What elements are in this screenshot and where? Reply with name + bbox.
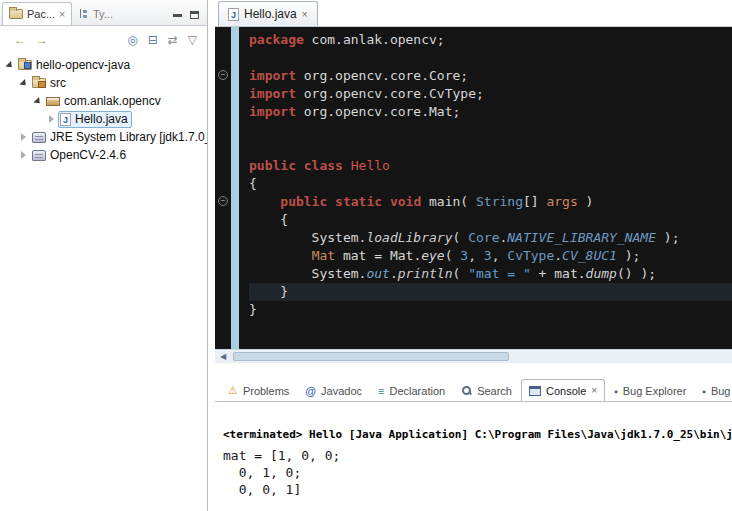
- scrollbar-thumb[interactable]: [233, 352, 509, 361]
- code-line[interactable]: package com.anlak.opencv;: [249, 31, 732, 49]
- code-line[interactable]: {: [249, 211, 732, 229]
- editor-code[interactable]: package com.anlak.opencv;import org.open…: [239, 27, 732, 349]
- toolbar-right-group: ◎⊟⇄▽: [127, 34, 197, 46]
- package-explorer-tree: hello-opencv-javasrccom.anlak.opencvHell…: [0, 53, 207, 164]
- tree-item-label: OpenCV-2.4.6: [50, 148, 126, 162]
- project-icon: [18, 60, 32, 70]
- tree-item-label: JRE System Library [jdk1.7.0_25]: [50, 130, 207, 144]
- tree-item[interactable]: OpenCV-2.4.6: [0, 146, 207, 164]
- close-icon[interactable]: ×: [59, 9, 65, 20]
- code-line[interactable]: public class Hello: [249, 157, 732, 175]
- tree-item[interactable]: hello-opencv-java: [0, 56, 207, 74]
- twisty-collapsed-icon[interactable]: [17, 151, 30, 159]
- fold-marker-icon[interactable]: [218, 70, 228, 80]
- forward-icon[interactable]: →: [36, 34, 48, 46]
- tab-type-hierarchy[interactable]: Ty...: [72, 2, 119, 25]
- bug-icon: [702, 385, 706, 397]
- code-line[interactable]: import org.opencv.core.Mat;: [249, 103, 732, 121]
- tree-item-label: src: [50, 76, 66, 90]
- fold-marker-icon[interactable]: [218, 196, 228, 206]
- twisty-expanded-icon[interactable]: [17, 81, 30, 86]
- tree-item-label: hello-opencv-java: [36, 58, 130, 72]
- console-header: <terminated> Hello [Java Application] C:…: [223, 428, 732, 441]
- tab-label: Declaration: [389, 385, 445, 397]
- collapse-all-icon[interactable]: ⊟: [148, 34, 158, 46]
- problems-icon: [228, 384, 238, 397]
- tab-label: Search: [477, 385, 512, 397]
- editor-ruler: [231, 27, 239, 349]
- console-output: mat = [1, 0, 0; 0, 1, 0; 0, 0, 1]: [223, 447, 732, 498]
- java-file-icon: [228, 8, 239, 21]
- editor-tab-hello-java[interactable]: Hello.java ×: [218, 1, 318, 26]
- tree-item-box[interactable]: com.anlak.opencv: [44, 93, 165, 110]
- code-line[interactable]: }: [249, 301, 732, 319]
- tree-item[interactable]: JRE System Library [jdk1.7.0_25]: [0, 128, 207, 146]
- close-icon[interactable]: ×: [302, 9, 308, 20]
- console-view[interactable]: <terminated> Hello [Java Application] C:…: [215, 402, 732, 498]
- link-editor-icon[interactable]: ⇄: [168, 34, 178, 46]
- twisty-collapsed-icon[interactable]: [17, 133, 30, 141]
- twisty-collapsed-icon[interactable]: [45, 115, 58, 123]
- code-line[interactable]: import org.opencv.core.Core;: [249, 67, 732, 85]
- tab-label: Bug Explorer: [623, 385, 687, 397]
- code-line[interactable]: }: [249, 283, 732, 301]
- javadoc-icon: [305, 385, 316, 397]
- tab-console[interactable]: Console×: [521, 379, 605, 402]
- tab-search[interactable]: Search: [454, 380, 519, 401]
- code-line[interactable]: import org.opencv.core.CvType;: [249, 85, 732, 103]
- tree-item[interactable]: src: [0, 74, 207, 92]
- java-file-icon: [60, 113, 71, 126]
- tab-type-hierarchy-label: Ty...: [93, 8, 113, 20]
- console-line: mat = [1, 0, 0;: [223, 447, 732, 464]
- scroll-left-icon[interactable]: ◀: [215, 352, 231, 361]
- tree-item-box[interactable]: Hello.java: [58, 111, 132, 128]
- bottom-tabbar: ProblemsJavadocDeclarationSearchConsole×…: [215, 374, 732, 402]
- tree-item[interactable]: Hello.java: [0, 110, 207, 128]
- code-line[interactable]: System.out.println( "mat = " + mat.dump(…: [249, 265, 732, 283]
- code-editor[interactable]: package com.anlak.opencv;import org.open…: [215, 27, 732, 349]
- tab-javadoc[interactable]: Javadoc: [298, 380, 369, 401]
- back-icon[interactable]: ←: [14, 34, 26, 46]
- console-line: 0, 0, 1]: [223, 481, 732, 498]
- editor-tab-label: Hello.java: [244, 7, 297, 21]
- code-line[interactable]: System.loadLibrary( Core.NATIVE_LIBRARY_…: [249, 229, 732, 247]
- minimize-icon[interactable]: [173, 14, 182, 17]
- bottom-panel: ProblemsJavadocDeclarationSearchConsole×…: [215, 374, 732, 511]
- tab-package-explorer-label: Pac...: [27, 8, 55, 20]
- console-line: 0, 1, 0;: [223, 464, 732, 481]
- twisty-expanded-icon[interactable]: [31, 99, 44, 104]
- editor-horizontal-scrollbar[interactable]: ◀: [215, 349, 732, 363]
- tree-item-box[interactable]: OpenCV-2.4.6: [30, 147, 130, 164]
- focus-task-icon[interactable]: ◎: [127, 34, 137, 46]
- tree-item-box[interactable]: src: [30, 75, 70, 92]
- tree-item-box[interactable]: JRE System Library [jdk1.7.0_25]: [30, 129, 207, 146]
- close-icon[interactable]: ×: [591, 385, 597, 396]
- tab-bug-explorer[interactable]: Bug Explorer: [607, 380, 693, 401]
- tab-label: Bug: [711, 385, 731, 397]
- code-line[interactable]: [249, 139, 732, 157]
- code-line[interactable]: Mat mat = Mat.eye( 3, 3, CvType.CV_8UC1 …: [249, 247, 732, 265]
- code-line[interactable]: public static void main( String[] args ): [249, 193, 732, 211]
- tree-item[interactable]: com.anlak.opencv: [0, 92, 207, 110]
- code-line[interactable]: [249, 49, 732, 67]
- tab-label: Javadoc: [321, 385, 362, 397]
- view-menu-icon[interactable]: ▽: [188, 34, 197, 46]
- maximize-icon[interactable]: [190, 11, 199, 19]
- tab-label: Problems: [243, 385, 289, 397]
- scrollbar-track[interactable]: [231, 350, 732, 363]
- code-line[interactable]: [249, 121, 732, 139]
- tree-item-box[interactable]: hello-opencv-java: [16, 57, 134, 74]
- declaration-icon: [378, 385, 384, 397]
- package-icon: [46, 97, 60, 106]
- tab-package-explorer[interactable]: Pac... ×: [2, 2, 72, 25]
- search-icon: [461, 385, 472, 396]
- twisty-expanded-icon[interactable]: [3, 63, 16, 68]
- editor-gutter: [215, 27, 231, 349]
- code-line[interactable]: {: [249, 175, 732, 193]
- eclipse-window: Pac... × Ty... ←→◎⊟⇄▽ hello-opencv-javas…: [0, 0, 732, 511]
- tab-declaration[interactable]: Declaration: [371, 380, 452, 401]
- view-window-controls: [173, 11, 207, 25]
- tab-problems[interactable]: Problems: [221, 380, 296, 401]
- package-explorer-view: Pac... × Ty... ←→◎⊟⇄▽ hello-opencv-javas…: [0, 0, 208, 511]
- tab-bug[interactable]: Bug: [695, 380, 732, 401]
